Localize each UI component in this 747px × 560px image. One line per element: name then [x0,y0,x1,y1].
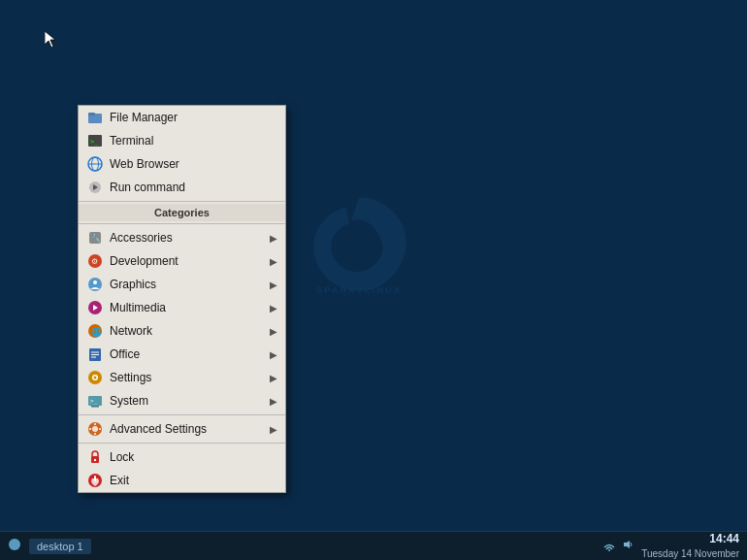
run-icon [86,179,104,196]
svg-point-14 [93,280,97,284]
menu-item-development[interactable]: ⚙ Development ▶ [79,249,285,273]
menu-item-system[interactable]: >_ System ▶ [79,389,285,412]
menu-separator-3 [79,414,285,415]
accessories-arrow: ▶ [270,233,277,244]
time-display: 14:44 [641,532,739,547]
taskbar-right: 14:44 Tuesday 14 November [602,532,739,560]
development-label: Development [110,254,179,268]
menu-item-office[interactable]: Office ▶ [79,343,285,366]
system-icon: >_ [86,392,104,410]
menu-item-settings[interactable]: Settings ▶ [79,366,285,389]
lock-icon [86,448,104,466]
multimedia-arrow: ▶ [270,303,277,313]
development-icon: ⚙ [86,252,104,270]
graphics-icon [86,276,104,293]
settings-icon [86,369,104,386]
svg-text:🌐: 🌐 [91,326,103,338]
context-menu: File Manager >_ Terminal Web Browser Run… [78,105,286,493]
terminal-label: Terminal [110,134,153,148]
menu-item-lock[interactable]: Lock [79,445,285,469]
run-command-label: Run command [110,181,185,194]
multimedia-label: Multimedia [110,301,166,314]
settings-label: Settings [110,371,151,384]
menu-separator-2 [79,223,285,224]
svg-rect-35 [624,543,627,546]
system-label: System [110,394,148,408]
menu-separator-1 [79,201,285,202]
taskbar-time: 14:44 Tuesday 14 November [641,532,739,560]
svg-text:🔧: 🔧 [91,233,101,243]
office-label: Office [110,347,140,361]
lock-label: Lock [110,450,134,464]
cursor [45,31,56,49]
network-icon: 🌐 [86,322,104,340]
web-browser-label: Web Browser [110,157,179,171]
terminal-icon: >_ [86,132,104,149]
menu-item-accessories[interactable]: 🔧 Accessories ▶ [79,226,285,249]
date-display: Tuesday 14 November [641,547,739,560]
desktop-label[interactable]: desktop 1 [29,539,91,554]
accessories-label: Accessories [110,231,173,245]
advanced-settings-label: Advanced Settings [110,422,207,436]
advanced-settings-icon [86,420,104,438]
svg-text:>_: >_ [90,138,99,146]
menu-item-run-command[interactable]: Run command [79,176,285,199]
menu-item-graphics[interactable]: Graphics ▶ [79,273,285,296]
office-arrow: ▶ [270,349,277,360]
menu-item-web-browser[interactable]: Web Browser [79,152,285,176]
categories-header: Categories [79,204,285,221]
menu-item-file-manager[interactable]: File Manager [79,106,285,129]
volume-icon[interactable] [622,538,635,554]
network-label: Network [110,324,152,338]
svg-point-29 [92,426,98,432]
svg-point-34 [608,549,610,551]
svg-point-31 [94,459,96,461]
menu-item-multimedia[interactable]: Multimedia ▶ [79,296,285,319]
menu-separator-4 [79,443,285,444]
svg-text:>_: >_ [90,397,98,405]
network-arrow: ▶ [270,326,277,337]
sparky-logo: SPARKYLINUX [281,184,437,301]
desktop: SPARKYLINUX File Manager >_ Terminal Web… [0,0,747,560]
menu-item-exit[interactable]: Exit [79,469,285,492]
office-icon [86,346,104,363]
development-arrow: ▶ [270,256,277,267]
taskbar-start-icon[interactable] [8,538,21,554]
settings-arrow: ▶ [270,373,277,383]
graphics-label: Graphics [110,278,156,291]
svg-rect-2 [88,113,95,115]
multimedia-icon [86,299,104,316]
exit-icon [86,472,104,489]
accessories-icon: 🔧 [86,229,104,247]
svg-point-33 [9,539,20,550]
graphics-arrow: ▶ [270,280,277,290]
exit-label: Exit [110,474,129,487]
system-arrow: ▶ [270,396,277,407]
menu-item-network[interactable]: 🌐 Network ▶ [79,319,285,343]
svg-text:SPARKYLINUX: SPARKYLINUX [316,285,402,295]
svg-text:⚙: ⚙ [91,257,98,266]
taskbar-left: desktop 1 [8,538,91,554]
menu-item-advanced-settings[interactable]: Advanced Settings ▶ [79,417,285,441]
network-status-icon[interactable] [602,538,616,554]
advanced-settings-arrow: ▶ [270,424,277,435]
menu-item-terminal[interactable]: >_ Terminal [79,129,285,152]
taskbar: desktop 1 14:44 Tuesday 14 November [0,531,747,560]
browser-icon [86,155,104,173]
file-manager-label: File Manager [110,111,178,124]
svg-rect-26 [91,406,99,408]
file-manager-icon [86,109,104,126]
svg-point-24 [94,377,97,379]
